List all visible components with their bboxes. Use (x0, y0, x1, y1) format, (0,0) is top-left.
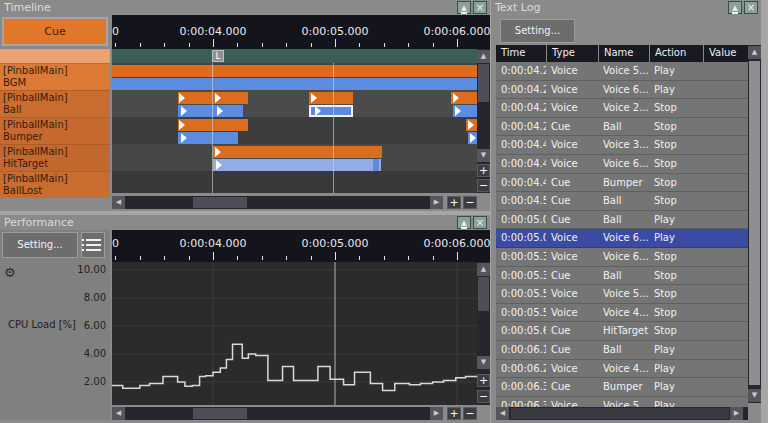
column-header-time[interactable]: Time (496, 45, 546, 62)
vzoom-in-button[interactable]: + (477, 164, 490, 177)
track-label[interactable]: [PinballMain]Bumper (0, 117, 110, 144)
clip-blue-bar[interactable] (453, 105, 477, 117)
log-cell: Voice (546, 248, 598, 266)
log-row[interactable]: 0:00:06.2...VoiceVoice 4...Play (496, 360, 748, 379)
log-row[interactable]: 0:00:04.4...VoiceVoice 6...Stop (496, 155, 748, 174)
dock-icon[interactable]: ▲ (457, 216, 471, 229)
log-table-header[interactable]: TimeTypeNameActionValue (496, 45, 748, 62)
hscroll-thumb[interactable] (193, 197, 247, 208)
close-icon[interactable]: × (473, 216, 487, 229)
hzoom-out-button[interactable]: − (463, 196, 477, 209)
hzoom-in-button[interactable]: + (447, 196, 461, 209)
clip-orange-bar[interactable] (178, 92, 248, 104)
cue-button[interactable]: Cue (2, 17, 108, 46)
timeline-track-area[interactable] (112, 63, 477, 193)
track-label[interactable]: [PinballMain]BGM (0, 63, 110, 90)
clip-orange-bar[interactable] (466, 119, 477, 131)
clip-blue-bar[interactable] (112, 78, 477, 90)
log-row[interactable]: 0:00:04.4...VoiceVoice 3...Stop (496, 136, 748, 155)
log-row[interactable]: 0:00:04.2...VoiceVoice 2...Stop (496, 99, 748, 118)
vscroll-thumb[interactable] (749, 61, 760, 385)
ruler-time-label: 0 (112, 25, 119, 38)
scroll-down-icon[interactable]: ▼ (477, 149, 490, 162)
track-label[interactable]: [PinballMain]Ball (0, 90, 110, 117)
dock-icon[interactable]: ▲ (457, 1, 471, 14)
scroll-left-icon[interactable]: ◀ (112, 196, 125, 209)
scroll-down-icon[interactable]: ▼ (477, 356, 490, 369)
vzoom-in-button[interactable]: + (477, 374, 490, 387)
dock-icon[interactable]: ▲ (728, 1, 742, 14)
log-row[interactable]: 0:00:06.3...CueBumperPlay (496, 378, 748, 397)
column-header-name[interactable]: Name (598, 45, 649, 62)
close-icon[interactable]: × (473, 1, 487, 14)
log-row[interactable]: 0:00:04.2...CueBallStop (496, 118, 748, 137)
scroll-up-icon[interactable]: ▲ (477, 263, 490, 276)
log-row[interactable]: 0:00:05.5...VoiceVoice 4...Stop (496, 304, 748, 323)
meter-list-button[interactable] (81, 232, 105, 258)
clip-orange-bar[interactable] (451, 92, 477, 104)
performance-ruler[interactable]: 00:00:04.0000:00:05.0000:00:06.000 (112, 230, 490, 262)
hzoom-out-button[interactable]: − (463, 407, 477, 420)
loop-region-band[interactable] (112, 49, 477, 63)
clip-start-icon (311, 93, 317, 103)
vscroll-thumb[interactable] (478, 277, 489, 311)
log-row[interactable]: 0:00:05.6...CueHitTargetStop (496, 322, 748, 341)
scroll-up-icon[interactable]: ▲ (477, 50, 490, 63)
scroll-left-icon[interactable]: ◀ (496, 407, 509, 420)
track-label[interactable]: [PinballMain]HitTarget (0, 144, 110, 171)
vzoom-out-button[interactable]: − (477, 390, 490, 403)
scroll-right-icon[interactable]: ▶ (430, 196, 443, 209)
timeline-hscrollbar[interactable] (112, 196, 443, 209)
gear-icon[interactable]: ⚙ (4, 265, 16, 280)
log-row[interactable]: 0:00:04.4...CueBumperStop (496, 174, 748, 193)
loop-marker[interactable]: L (212, 50, 224, 62)
clip-start-icon (215, 93, 221, 103)
track-lane[interactable] (112, 117, 477, 144)
clip-orange-bar[interactable] (178, 119, 248, 131)
clip-blue-bar[interactable] (213, 159, 381, 171)
textlog-setting-button[interactable]: Setting... (500, 19, 575, 43)
hscroll-thumb[interactable] (511, 408, 729, 419)
log-row[interactable]: 0:00:05.3...CueBallStop (496, 267, 748, 286)
timeline-title: Timeline (4, 1, 51, 14)
column-header-value[interactable]: Value (703, 45, 748, 62)
log-row[interactable]: 0:00:04.5...CueBallStop (496, 192, 748, 211)
column-header-action[interactable]: Action (649, 45, 703, 62)
vscroll-thumb[interactable] (478, 64, 489, 102)
track-lane[interactable] (112, 171, 477, 193)
log-row[interactable]: 0:00:05.0...VoiceVoice 6...Play (496, 229, 748, 248)
performance-hscrollbar[interactable] (112, 407, 443, 420)
scroll-right-icon[interactable]: ▶ (430, 407, 443, 420)
clip-start-icon (179, 120, 185, 130)
log-row[interactable]: 0:00:05.0...CueBallPlay (496, 211, 748, 230)
log-row[interactable]: 0:00:05.3...VoiceVoice 6...Stop (496, 248, 748, 267)
log-row[interactable]: 0:00:06.1...CueBallPlay (496, 341, 748, 360)
log-row[interactable]: 0:00:04.2...VoiceVoice 6...Play (496, 81, 748, 100)
hzoom-in-button[interactable]: + (447, 407, 461, 420)
column-header-type[interactable]: Type (546, 45, 598, 62)
cpu-load-graph[interactable] (112, 262, 477, 405)
clip-blue-bar[interactable] (178, 105, 243, 117)
clip-start-icon (216, 160, 222, 170)
track-label[interactable]: [PinballMain]BallLost (0, 171, 110, 198)
log-row[interactable]: 0:00:04.2...VoiceVoice 5...Play (496, 62, 748, 81)
scroll-up-icon[interactable]: ▲ (748, 46, 761, 59)
clip-orange-bar[interactable] (309, 92, 353, 104)
track-lane[interactable] (112, 90, 477, 117)
clip-blue-bar[interactable] (178, 132, 238, 144)
scroll-down-icon[interactable]: ▼ (748, 389, 761, 402)
scroll-left-icon[interactable]: ◀ (112, 407, 125, 420)
clip-blue-bar[interactable] (468, 132, 477, 144)
clip-orange-bar[interactable] (213, 146, 382, 158)
scroll-right-icon[interactable]: ▶ (730, 407, 743, 420)
clip-blue-bar[interactable] (309, 105, 353, 117)
log-row[interactable]: 0:00:05.5...VoiceVoice 5...Stop (496, 285, 748, 304)
performance-setting-button[interactable]: Setting... (2, 232, 78, 258)
close-icon[interactable]: × (744, 1, 758, 14)
vzoom-out-button[interactable]: − (477, 179, 490, 192)
log-row[interactable]: 0:00:06.3...VoiceVoice 5...Play (496, 397, 748, 407)
hscroll-thumb[interactable] (193, 408, 247, 419)
clip-orange-bar[interactable] (112, 65, 477, 77)
log-cell: Voice 6... (598, 229, 649, 247)
timeline-ruler[interactable]: 00:00:04.0000:00:05.0000:00:06.000 (112, 15, 490, 49)
